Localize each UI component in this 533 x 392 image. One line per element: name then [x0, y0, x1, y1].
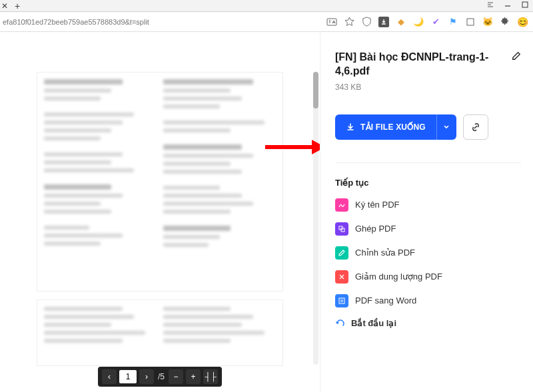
- sign-icon: [335, 198, 348, 212]
- continue-heading: Tiếp tục: [335, 178, 521, 188]
- svg-rect-7: [339, 298, 344, 303]
- tool-label: Chỉnh sửa PDF: [355, 248, 415, 258]
- window-minimize-icon[interactable]: [504, 1, 512, 9]
- tool-merge-pdf[interactable]: Ghép PDF: [335, 222, 521, 236]
- download-button[interactable]: TẢI FILE XUỐNG: [335, 114, 456, 140]
- pdf-page-thumbnail[interactable]: [37, 299, 283, 366]
- svg-rect-1: [327, 19, 336, 25]
- word-icon: [335, 294, 348, 307]
- download-icon: [346, 122, 355, 132]
- download-dropdown-button[interactable]: [436, 114, 456, 140]
- tab-close-button[interactable]: ✕: [1, 3, 8, 9]
- new-tab-button[interactable]: +: [13, 2, 21, 10]
- restart-label: Bắt đầu lại: [351, 318, 396, 328]
- moon-icon[interactable]: 🌙: [413, 17, 424, 27]
- translate-icon[interactable]: [326, 17, 337, 27]
- address-bar: efa810f01ed72beeb759ae5578883d9&t=split …: [0, 12, 533, 32]
- file-name: [FN] Bài học ĐCNNPL-trang-1-4,6.pdf: [335, 51, 508, 79]
- tool-list: Ký tên PDF Ghép PDF Chỉnh sửa PDF Giảm d…: [335, 198, 521, 307]
- tool-label: Ký tên PDF: [355, 200, 399, 210]
- section-divider: [335, 162, 521, 163]
- browser-tabbar: ✕ +: [0, 0, 533, 12]
- page-total-label: /5: [157, 372, 166, 381]
- shield-icon[interactable]: [361, 17, 372, 27]
- ext-check-icon[interactable]: ✔: [430, 17, 441, 27]
- ext-flag-icon[interactable]: ⚑: [448, 17, 458, 27]
- tool-label: Giảm dung lượng PDF: [355, 272, 442, 282]
- ext-dot-icon[interactable]: ◆: [396, 17, 406, 27]
- tool-compress-pdf[interactable]: Giảm dung lượng PDF: [335, 270, 521, 284]
- profile-avatar-icon[interactable]: 😊: [517, 17, 528, 27]
- file-info-panel: [FN] Bài học ĐCNNPL-trang-1-4,6.pdf 343 …: [320, 32, 533, 392]
- pdf-preview-pane: ‹ › /5 − + ┤├: [0, 32, 320, 392]
- ext-square-icon[interactable]: [465, 17, 476, 27]
- tool-sign-pdf[interactable]: Ký tên PDF: [335, 198, 521, 212]
- bookmark-star-icon[interactable]: [344, 17, 354, 27]
- tool-edit-pdf[interactable]: Chỉnh sửa PDF: [335, 246, 521, 260]
- link-icon: [470, 122, 481, 132]
- tool-label: Ghép PDF: [355, 224, 396, 234]
- fit-width-button[interactable]: ┤├: [203, 369, 218, 384]
- restart-icon: [335, 318, 346, 329]
- page-number-input[interactable]: [119, 370, 137, 383]
- tool-pdf-to-word[interactable]: PDF sang Word: [335, 294, 521, 307]
- file-name-row: [FN] Bài học ĐCNNPL-trang-1-4,6.pdf: [335, 51, 521, 79]
- window-dock-icon[interactable]: [486, 1, 494, 9]
- extensions-puzzle-icon[interactable]: [500, 17, 510, 27]
- compress-icon: [335, 270, 348, 284]
- preview-scrollbar-thumb[interactable]: [313, 72, 318, 108]
- page-navigator: ‹ › /5 − + ┤├: [98, 367, 222, 387]
- download-icon[interactable]: [378, 17, 389, 27]
- merge-icon: [335, 222, 348, 236]
- zoom-out-button[interactable]: −: [169, 369, 183, 384]
- preview-scrollbar[interactable]: [313, 72, 318, 365]
- main-content: ‹ › /5 − + ┤├ [FN] Bài học ĐCNNPL-trang-…: [0, 32, 533, 392]
- prev-page-button[interactable]: ‹: [102, 369, 117, 384]
- window-controls: [486, 1, 529, 9]
- window-maximize-icon[interactable]: [521, 1, 529, 9]
- download-label: TẢI FILE XUỐNG: [360, 122, 426, 132]
- tool-label: PDF sang Word: [355, 295, 416, 305]
- file-size: 343 KB: [335, 83, 521, 92]
- zoom-in-button[interactable]: +: [186, 369, 201, 384]
- ext-cat-icon[interactable]: 🐱: [482, 17, 493, 27]
- svg-rect-2: [467, 19, 474, 25]
- pdf-page-thumbnail[interactable]: [37, 72, 283, 292]
- svg-rect-0: [522, 2, 528, 7]
- restart-button[interactable]: Bắt đầu lại: [335, 318, 521, 329]
- edit-icon: [335, 246, 348, 260]
- rename-pencil-icon[interactable]: [512, 51, 521, 65]
- url-text: efa810f01ed72beeb759ae5578883d9&t=split: [3, 18, 322, 26]
- copy-link-button[interactable]: [463, 114, 488, 140]
- next-page-button[interactable]: ›: [139, 369, 154, 384]
- chevron-down-icon: [443, 124, 450, 130]
